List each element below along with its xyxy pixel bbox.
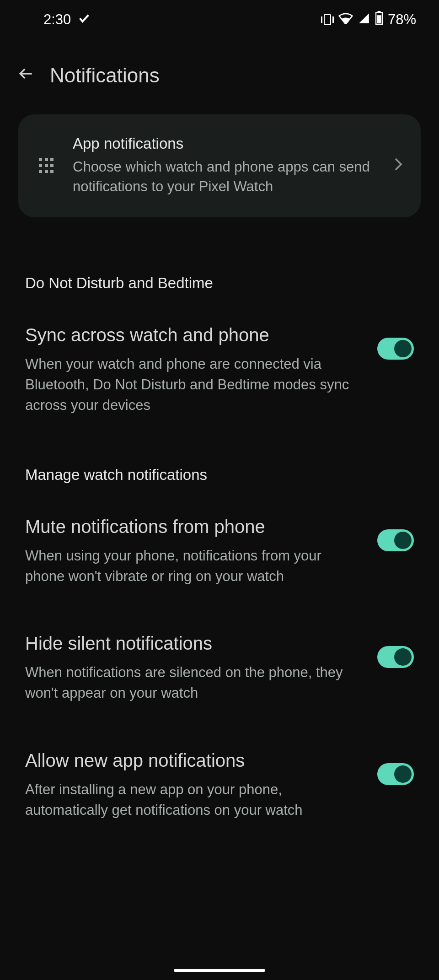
card-description: Choose which watch and phone apps can se…: [73, 157, 376, 197]
back-arrow-icon[interactable]: [18, 66, 34, 86]
status-right: 78%: [321, 11, 416, 28]
page-title: Notifications: [50, 64, 160, 87]
card-title: App notifications: [73, 135, 376, 152]
setting-mute[interactable]: Mute notifications from phone When using…: [0, 516, 439, 587]
apps-grid-icon: [39, 158, 54, 173]
chevron-right-icon: [394, 157, 402, 175]
svg-rect-2: [377, 15, 381, 23]
status-bar: 2:30: [0, 0, 439, 39]
signal-icon: [358, 11, 370, 28]
toggle-knob: [394, 340, 412, 357]
checkmark-icon: [78, 11, 91, 28]
setting-sync[interactable]: Sync across watch and phone When your wa…: [0, 324, 439, 416]
setting-title: Sync across watch and phone: [25, 324, 364, 346]
setting-hide[interactable]: Hide silent notifications When notificat…: [0, 632, 439, 704]
mute-toggle[interactable]: [377, 529, 414, 551]
battery-icon: [375, 11, 383, 28]
setting-description: When your watch and phone are connected …: [25, 354, 364, 416]
setting-description: After installing a new app on your phone…: [25, 780, 364, 821]
setting-content: Mute notifications from phone When using…: [25, 516, 364, 587]
app-notifications-card[interactable]: App notifications Choose which watch and…: [18, 114, 421, 217]
vibrate-icon: [321, 14, 334, 25]
toggle-knob: [394, 765, 412, 783]
sync-toggle[interactable]: [377, 338, 414, 360]
status-time: 2:30: [43, 11, 71, 28]
setting-content: Hide silent notifications When notificat…: [25, 632, 364, 704]
setting-allow[interactable]: Allow new app notifications After instal…: [0, 749, 439, 821]
section-title-manage: Manage watch notifications: [0, 466, 439, 484]
setting-title: Mute notifications from phone: [25, 516, 364, 538]
setting-content: Sync across watch and phone When your wa…: [25, 324, 364, 416]
section-title-dnd: Do Not Disturb and Bedtime: [0, 275, 439, 292]
toggle-knob: [394, 532, 412, 549]
toggle-knob: [394, 648, 412, 666]
navigation-bar-handle[interactable]: [174, 969, 265, 972]
setting-title: Allow new app notifications: [25, 749, 364, 771]
setting-title: Hide silent notifications: [25, 632, 364, 654]
hide-toggle[interactable]: [377, 646, 414, 668]
status-left: 2:30: [43, 11, 91, 28]
header: Notifications: [0, 39, 439, 110]
allow-toggle[interactable]: [377, 763, 414, 785]
setting-description: When notifications are silenced on the p…: [25, 662, 364, 704]
wifi-icon: [338, 11, 353, 28]
card-content: App notifications Choose which watch and…: [73, 135, 376, 197]
battery-percent: 78%: [388, 11, 416, 28]
setting-content: Allow new app notifications After instal…: [25, 749, 364, 821]
setting-description: When using your phone, notifications fro…: [25, 546, 364, 587]
